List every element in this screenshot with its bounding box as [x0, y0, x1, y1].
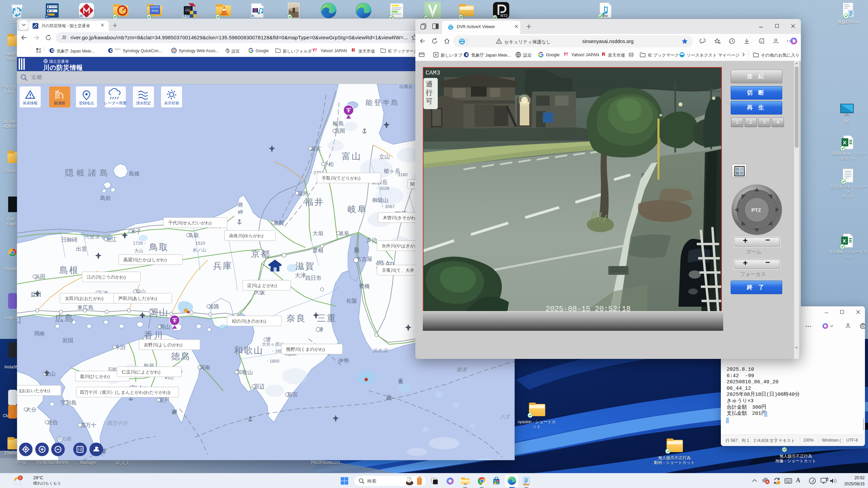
svg-text:可: 可: [426, 97, 433, 105]
svg-text:大台ヶ原山: 大台ヶ原山: [262, 342, 284, 347]
svg-text:島後: 島後: [129, 171, 140, 177]
svg-text:三重: 三重: [317, 313, 337, 323]
svg-text:島根: 島根: [59, 265, 79, 275]
svg-text:大垣: 大垣: [313, 230, 323, 236]
svg-text:広島: 広島: [55, 313, 75, 323]
svg-text:高梁川(たかはしがわ): 高梁川(たかはしがわ): [123, 257, 167, 262]
svg-text:淀川(よどがわ): 淀川(よどがわ): [247, 283, 277, 288]
svg-text:和歌山: 和歌山: [236, 369, 253, 375]
svg-text:八丈: 八丈: [500, 413, 511, 419]
svg-text:CPU: CPU: [185, 9, 190, 12]
svg-text:香川: 香川: [144, 330, 164, 340]
svg-text:島前: 島前: [100, 195, 111, 201]
svg-text:岩国: 岩国: [62, 338, 73, 343]
svg-text:浸水想定: 浸水想定: [136, 101, 151, 105]
svg-text:隠岐諸島: 隠岐諸島: [65, 168, 111, 177]
svg-text:福井: 福井: [304, 197, 324, 207]
svg-text:宇和島: 宇和島: [60, 400, 77, 406]
svg-text:太田川(おおたがわ): 太田川(おおたがわ): [65, 296, 103, 301]
svg-text:NT2: NT2: [500, 14, 508, 18]
svg-text:豊橋: 豊橋: [359, 283, 370, 289]
svg-text:千代川(せんだいがわ): 千代川(せんだいがわ): [168, 220, 212, 225]
svg-text:大山: 大山: [134, 248, 143, 253]
svg-text:伊勢: 伊勢: [338, 358, 349, 364]
svg-text:PTZ: PTZ: [751, 207, 761, 213]
svg-text:行: 行: [426, 89, 433, 96]
svg-text:吉野川(よしのがわ): 吉野川(よしのがわ): [144, 342, 182, 347]
svg-text:輪島: 輪島: [333, 121, 344, 126]
svg-text:四日市: 四日市: [305, 275, 321, 281]
svg-text:兵庫: 兵庫: [213, 261, 233, 271]
svg-text:Ackie: Ackie: [152, 9, 158, 12]
svg-text:立山: 立山: [379, 154, 390, 160]
svg-text:・3067: ・3067: [380, 204, 395, 209]
svg-text:・3180: ・3180: [393, 172, 408, 177]
svg-text:滋賀: 滋賀: [295, 261, 315, 271]
svg-text:日御碕: 日御碕: [61, 237, 77, 243]
svg-text:手取川(てどりがわ): 手取川(てどりがわ): [322, 176, 360, 181]
svg-text:発表情報: 発表情報: [23, 101, 38, 105]
svg-text:江の川(ごうのかわ): 江の川(ごうのかわ): [87, 274, 126, 280]
svg-text:蘭灘: 蘭灘: [456, 367, 467, 372]
svg-text:登録地点: 登録地点: [79, 101, 94, 105]
svg-text:口: 口: [17, 315, 23, 325]
svg-text:彦根: 彦根: [313, 247, 323, 253]
svg-text:|(おおいたがわ): |(おおいたがわ): [19, 388, 50, 393]
svg-text:・3026: ・3026: [375, 186, 389, 191]
svg-text:宍道湖: 宍道湖: [84, 234, 100, 240]
svg-text:通: 通: [426, 80, 433, 88]
svg-text:四万十: 四万十: [80, 422, 96, 428]
svg-text:木曽川(きそがわ): 木曽川(きそがわ): [383, 215, 417, 220]
svg-text:能登半島: 能登半島: [366, 99, 399, 106]
svg-text:大津: 大津: [295, 272, 306, 278]
svg-text:富山: 富山: [342, 151, 361, 161]
svg-text:益田: 益田: [31, 291, 41, 297]
svg-text:熊野川(くまのがわ): 熊野川(くまのがわ): [286, 347, 325, 352]
svg-text:9: 9: [19, 476, 21, 480]
svg-text:岐阜: 岐阜: [348, 204, 367, 214]
svg-text:氷ノ山: 氷ノ山: [193, 247, 206, 252]
svg-text:松阪: 松阪: [347, 298, 357, 304]
svg-text:肱川(ひじかわ): 肱川(ひじかわ): [80, 374, 110, 379]
svg-text:レーダー雨量: レーダー雨量: [104, 101, 127, 105]
svg-text:御嶽山: 御嶽山: [372, 197, 389, 203]
svg-text:奈良: 奈良: [287, 313, 306, 323]
svg-text:出雲: 出雲: [76, 246, 87, 252]
svg-text:1510: 1510: [195, 241, 205, 246]
svg-text:CAM3: CAM3: [426, 69, 440, 76]
svg-text:X: X: [843, 238, 846, 244]
svg-text:仁淀川(によどがわ): 仁淀川(によどがわ): [121, 369, 160, 374]
svg-text:・1800: ・1800: [265, 359, 279, 364]
svg-text:矢作川(やはぎがわ): 矢作川(やはぎがわ): [382, 243, 420, 248]
svg-text:関: 関: [410, 182, 415, 187]
svg-text:多治: 多治: [366, 237, 377, 243]
svg-text:沖の島: 沖の島: [56, 436, 71, 442]
svg-text:芦田川(あしだがわ): 芦田川(あしだがわ): [118, 296, 157, 301]
svg-text:和歌山: 和歌山: [234, 345, 263, 355]
svg-text:X: X: [843, 140, 846, 145]
svg-text:白馬岳: 白馬岳: [399, 84, 413, 89]
svg-text:浜名湖: 浜名湖: [372, 348, 388, 353]
svg-text:表示切替: 表示切替: [164, 101, 179, 105]
svg-text:観測所: 観測所: [54, 101, 65, 105]
svg-text:e: e: [761, 39, 762, 43]
svg-text:天竜川(て、大井: 天竜川(て、大井: [382, 268, 414, 273]
svg-text:周南: 周南: [34, 331, 45, 337]
svg-text:鳥取: 鳥取: [149, 242, 169, 252]
svg-text:四万十川（渡川）(しまんとがわ(わたりがわ)): 四万十川（渡川）(しまんとがわ(わたりがわ)): [80, 390, 171, 395]
svg-text:京都: 京都: [251, 249, 271, 259]
svg-text:四万十川: 四万十川: [107, 420, 128, 426]
svg-text:徳島: 徳島: [171, 351, 191, 361]
svg-text:1729・: 1729・: [133, 241, 147, 246]
svg-text:由良川(ゆらがわ): 由良川(ゆらがわ): [229, 233, 263, 238]
svg-text:紀の川(きのかわ): 紀の川(きのかわ): [232, 319, 266, 324]
